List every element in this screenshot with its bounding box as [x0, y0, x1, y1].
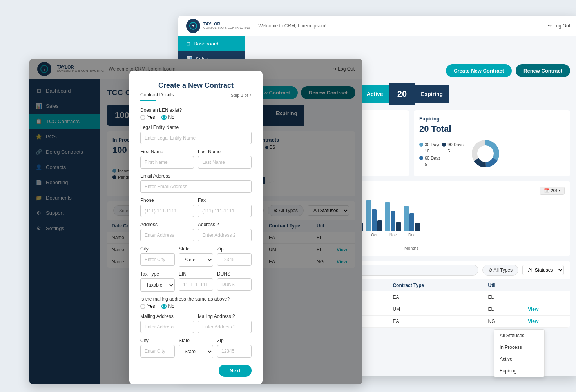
address-label: Address [140, 222, 194, 227]
mailing-zip-label: Zip [217, 338, 252, 343]
bg-logout[interactable]: ↪ Log Out [548, 23, 570, 29]
mailing-city-group: City [140, 338, 175, 358]
col-type: Contract Type [388, 279, 483, 291]
duns-input[interactable] [217, 278, 252, 291]
svg-text:T: T [192, 25, 194, 28]
duns-group: DUNS [217, 271, 252, 292]
col-util: Util [484, 279, 523, 291]
view-link[interactable]: View [528, 319, 538, 324]
mailing-state-group: State State [179, 338, 213, 358]
view-link[interactable]: View [528, 307, 538, 312]
mailing-city-label: City [140, 338, 175, 343]
col-action [523, 279, 570, 291]
last-name-label: Last Name [198, 149, 252, 154]
name-group: First Name Last Name [140, 149, 252, 169]
mailing-no-circle [161, 304, 167, 309]
address-field: Address [140, 222, 194, 241]
status-dropdown-overlay: All Statuses In Process Active Expiring [494, 329, 545, 377]
dashboard-icon: ⊞ [186, 41, 190, 47]
len-no[interactable]: No [161, 114, 174, 120]
expiring-detail-card: Expiring 20 Total 30 Days 90 Days 10 5 6… [414, 110, 570, 176]
bg-logo: T TAYLOR CONSULTING & CONTRACTING [186, 19, 250, 33]
bg-nav-dashboard[interactable]: ⊞ Dashboard [178, 36, 245, 51]
legal-entity-group: Legal Entity Name [140, 125, 252, 144]
tax-type-select[interactable]: Taxable [140, 278, 175, 292]
tax-type-label: Tax Type [140, 271, 175, 277]
mailing-no[interactable]: No [161, 303, 174, 309]
address2-input[interactable] [198, 229, 252, 241]
bg-filter-btn[interactable]: ⚙ All Types [482, 265, 518, 276]
bg-renew-btn[interactable]: Renew Contract [516, 64, 570, 77]
address2-field: Address 2 [198, 222, 252, 241]
expiring-donut-chart [470, 138, 501, 169]
mailing-address-input[interactable] [140, 321, 194, 333]
phone-label: Phone [140, 198, 194, 203]
phone-fax-group: Phone Fax [140, 198, 252, 217]
len-yes[interactable]: Yes [140, 114, 155, 120]
tax-ein-duns-group: Tax Type Taxable EIN DUNS [140, 271, 252, 292]
city-label: City [140, 246, 175, 252]
dropdown-inprocess[interactable]: In Process [494, 341, 544, 353]
mailing-address2-input[interactable] [198, 321, 252, 333]
zip-input[interactable] [217, 253, 252, 266]
mailing-address-label: Mailing Address [140, 314, 194, 319]
mailing-yes[interactable]: Yes [140, 303, 155, 309]
first-name-input[interactable] [140, 156, 194, 169]
mailing-state-select[interactable]: State [179, 345, 213, 358]
mailing-address-field: Mailing Address [140, 314, 194, 333]
state-select[interactable]: State [179, 253, 213, 267]
city-input[interactable] [140, 253, 175, 266]
bg-status-dropdown[interactable]: All Statuses In Process Active Expiring [522, 265, 564, 275]
mailing-yes-circle [140, 304, 145, 309]
len-label: Does an LEN exist? [140, 107, 252, 113]
email-input[interactable] [140, 180, 252, 193]
fax-input[interactable] [198, 205, 252, 217]
bg-top-bar: T TAYLOR CONSULTING & CONTRACTING Welcom… [178, 16, 576, 36]
duns-label: DUNS [217, 271, 252, 277]
bg-header-buttons: Create New Contract Renew Contract [446, 64, 570, 77]
tax-type-group: Tax Type Taxable [140, 271, 175, 292]
bg-welcome: Welcome to CRM, Lorem Ipsum! [258, 23, 548, 29]
fax-label: Fax [198, 198, 252, 203]
bg-create-btn[interactable]: Create New Contract [446, 64, 512, 77]
mailing-address2-field: Mailing Address 2 [198, 314, 252, 333]
next-button[interactable]: Next [219, 365, 252, 377]
mailing-city-state-zip-group: City State State Zip [140, 338, 252, 358]
city-state-zip-group: City State State Zip [140, 246, 252, 267]
dropdown-active[interactable]: Active [494, 353, 544, 365]
state-label: State [179, 246, 213, 252]
dropdown-all-statuses[interactable]: All Statuses [494, 330, 544, 341]
create-contract-modal: Create a New Contract Contract Details S… [129, 71, 263, 384]
state-group: State State [179, 246, 213, 267]
mailing-zip-input[interactable] [217, 345, 252, 358]
mailing-address-group: Mailing Address Mailing Address 2 [140, 314, 252, 333]
modal-title: Create a New Contract [140, 82, 252, 90]
bg-logo-text: TAYLOR CONSULTING & CONTRACTING [203, 22, 250, 30]
modal-overlay: Create a New Contract Contract Details S… [29, 59, 362, 384]
mailing-zip-group: Zip [217, 338, 252, 358]
last-name-group: Last Name [198, 149, 252, 169]
ein-input[interactable] [179, 278, 213, 291]
len-yes-circle [140, 115, 145, 120]
address-group: Address Address 2 [140, 222, 252, 241]
main-panel: T TAYLOR CONSULTING & CONTRACTING Welcom… [29, 59, 362, 384]
modal-step: Step 1 of 7 [231, 93, 252, 98]
mailing-same-group: Is the mailing address the same as above… [140, 296, 252, 309]
bg-logo-icon: T [186, 19, 200, 33]
mailing-city-input[interactable] [140, 345, 175, 358]
phone-input[interactable] [140, 205, 194, 217]
mailing-address2-label: Mailing Address 2 [198, 314, 252, 319]
last-name-input[interactable] [198, 156, 252, 169]
dropdown-expiring[interactable]: Expiring [494, 365, 544, 377]
first-name-label: First Name [140, 149, 194, 154]
legal-entity-input[interactable] [140, 132, 252, 144]
step-progress-bar [140, 100, 156, 101]
mailing-state-label: State [179, 338, 213, 343]
address2-label: Address 2 [198, 222, 252, 227]
email-group: Email Address [140, 173, 252, 193]
zip-group: Zip [217, 246, 252, 267]
ein-label: EIN [179, 271, 213, 277]
city-group: City [140, 246, 175, 267]
address-input[interactable] [140, 229, 194, 241]
len-radio-group: Yes No [140, 114, 252, 120]
